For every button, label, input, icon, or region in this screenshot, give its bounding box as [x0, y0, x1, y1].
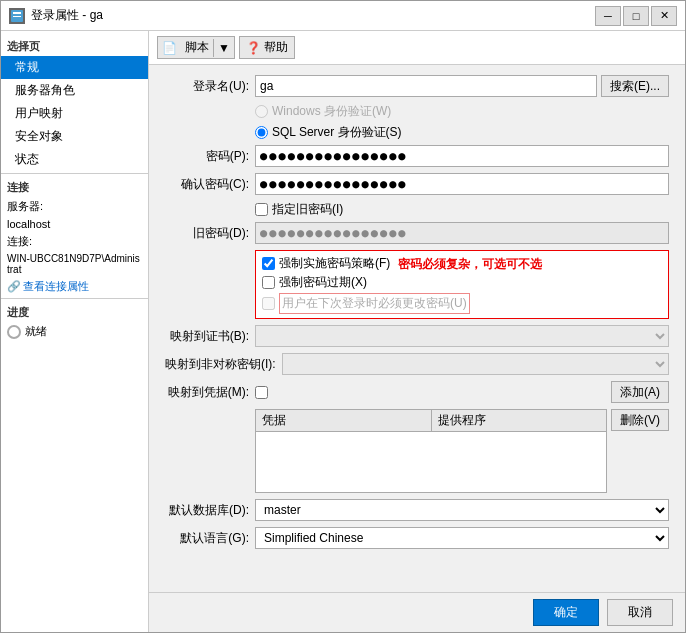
enforce-policy-checkbox[interactable]	[262, 257, 275, 270]
confirm-password-input[interactable]	[255, 173, 669, 195]
status-area: 就绪	[1, 322, 148, 341]
enforce-policy-label: 强制实施密码策略(F)	[279, 255, 390, 272]
title-bar: 登录属性 - ga ─ □ ✕	[1, 1, 685, 31]
map-cert-row: 映射到证书(B):	[165, 325, 669, 347]
svg-rect-1	[13, 12, 21, 14]
form-area: 登录名(U): 搜索(E)... Windows 身份验证(W) SQL Ser…	[149, 65, 685, 592]
default-db-label: 默认数据库(D):	[165, 502, 255, 519]
credential-col-provider: 提供程序	[432, 410, 607, 431]
enforce-expiry-checkbox[interactable]	[262, 276, 275, 289]
old-password-input[interactable]	[255, 222, 669, 244]
bottom-bar: 确定 取消	[149, 592, 685, 632]
link-icon: 🔗	[7, 280, 21, 293]
confirm-password-label: 确认密码(C):	[165, 176, 255, 193]
window-icon	[9, 8, 25, 24]
help-button[interactable]: ❓ 帮助	[239, 36, 295, 59]
main-content: 选择页 常规 服务器角色 用户映射 安全对象 状态 连接 服务器: localh	[1, 31, 685, 632]
maximize-button[interactable]: □	[623, 6, 649, 26]
default-lang-row: 默认语言(G): Simplified Chinese	[165, 527, 669, 549]
svg-rect-2	[13, 16, 21, 17]
status-spinner	[7, 325, 21, 339]
credential-table-body	[256, 432, 606, 492]
credential-table: 凭据 提供程序	[255, 409, 607, 493]
connection-value: WIN-UBCC81N9D7P\Administrat	[1, 251, 148, 277]
login-name-row: 登录名(U): 搜索(E)...	[165, 75, 669, 97]
login-name-label: 登录名(U):	[165, 78, 255, 95]
sidebar-item-server-roles-label: 服务器角色	[15, 82, 75, 99]
close-button[interactable]: ✕	[651, 6, 677, 26]
right-panel: 📄 脚本 ▼ ❓ 帮助 登录名(U): 搜索(E)...	[149, 31, 685, 632]
enforce-expiry-label: 强制密码过期(X)	[279, 274, 367, 291]
script-icon: 📄	[158, 39, 181, 57]
confirm-password-row: 确认密码(C):	[165, 173, 669, 195]
sidebar: 选择页 常规 服务器角色 用户映射 安全对象 状态 连接 服务器: localh	[1, 31, 149, 632]
credential-col-credential: 凭据	[256, 410, 432, 431]
windows-auth-radio[interactable]	[255, 105, 268, 118]
delete-credential-button[interactable]: 删除(V)	[611, 409, 669, 431]
help-label: 帮助	[264, 39, 288, 56]
minimize-button[interactable]: ─	[595, 6, 621, 26]
sidebar-divider-1	[1, 173, 148, 174]
sidebar-divider-2	[1, 298, 148, 299]
policy-note: 密码必须复杂，可选可不选	[398, 256, 542, 273]
windows-auth-label: Windows 身份验证(W)	[272, 103, 391, 120]
credential-actions: 删除(V)	[611, 409, 669, 431]
sql-auth-row: SQL Server 身份验证(S)	[255, 124, 669, 141]
credential-table-wrapper: 凭据 提供程序 删除(V)	[165, 409, 669, 499]
script-dropdown-arrow: ▼	[213, 39, 234, 57]
sidebar-item-securables[interactable]: 安全对象	[1, 125, 148, 148]
map-credential-row: 映射到凭据(M): 添加(A)	[165, 381, 669, 403]
map-asymkey-label: 映射到非对称密钥(I):	[165, 356, 282, 373]
windows-auth-row: Windows 身份验证(W)	[255, 103, 669, 120]
main-window: 登录属性 - ga ─ □ ✕ 选择页 常规 服务器角色 用户映射 安全对象 状…	[0, 0, 686, 633]
script-dropdown[interactable]: 📄 脚本 ▼	[157, 36, 235, 59]
sql-auth-radio[interactable]	[255, 126, 268, 139]
title-bar-left: 登录属性 - ga	[9, 7, 103, 24]
progress-section-label: 进度	[1, 301, 148, 322]
password-input[interactable]	[255, 145, 669, 167]
login-name-input[interactable]	[255, 75, 597, 97]
ok-button[interactable]: 确定	[533, 599, 599, 626]
toolbar: 📄 脚本 ▼ ❓ 帮助	[149, 31, 685, 65]
connection-section-label: 连接	[1, 176, 148, 197]
credential-table-header: 凭据 提供程序	[256, 410, 606, 432]
window-title: 登录属性 - ga	[31, 7, 103, 24]
search-button[interactable]: 搜索(E)...	[601, 75, 669, 97]
enforce-policy-row: 强制实施密码策略(F)	[262, 255, 390, 272]
status-label: 就绪	[25, 324, 47, 339]
sidebar-item-user-mapping[interactable]: 用户映射	[1, 102, 148, 125]
enforce-expiry-row: 强制密码过期(X)	[262, 274, 662, 291]
map-asymkey-row: 映射到非对称密钥(I):	[165, 353, 669, 375]
old-password-label: 旧密码(D):	[165, 225, 255, 242]
sidebar-section-label: 选择页	[1, 35, 148, 56]
default-lang-label: 默认语言(G):	[165, 530, 255, 547]
sidebar-item-server-roles[interactable]: 服务器角色	[1, 79, 148, 102]
must-change-checkbox[interactable]	[262, 297, 275, 310]
default-db-row: 默认数据库(D): master	[165, 499, 669, 521]
sidebar-item-general[interactable]: 常规	[1, 56, 148, 79]
map-cert-label: 映射到证书(B):	[165, 328, 255, 345]
connection-label: 连接:	[1, 232, 148, 251]
map-cert-select[interactable]	[255, 325, 669, 347]
cancel-button[interactable]: 取消	[607, 599, 673, 626]
map-asymkey-select[interactable]	[282, 353, 669, 375]
add-credential-button[interactable]: 添加(A)	[611, 381, 669, 403]
specify-old-pwd-checkbox[interactable]	[255, 203, 268, 216]
must-change-row: 用户在下次登录时必须更改密码(U)	[262, 293, 662, 314]
old-password-row: 旧密码(D):	[165, 222, 669, 244]
sidebar-item-status[interactable]: 状态	[1, 148, 148, 171]
policy-box: 强制实施密码策略(F) 密码必须复杂，可选可不选 强制密码过期(X) 用户在下次…	[255, 250, 669, 319]
specify-old-pwd-label: 指定旧密码(I)	[272, 201, 343, 218]
sidebar-item-user-mapping-label: 用户映射	[15, 105, 63, 122]
title-controls: ─ □ ✕	[595, 6, 677, 26]
map-credential-checkbox[interactable]	[255, 386, 268, 399]
map-credential-label: 映射到凭据(M):	[165, 384, 255, 401]
sidebar-item-status-label: 状态	[15, 151, 39, 168]
default-lang-select[interactable]: Simplified Chinese	[255, 527, 669, 549]
view-connection-link[interactable]: 🔗 查看连接属性	[1, 277, 148, 296]
default-db-select[interactable]: master	[255, 499, 669, 521]
sql-auth-label: SQL Server 身份验证(S)	[272, 124, 402, 141]
password-label: 密码(P):	[165, 148, 255, 165]
server-value: localhost	[1, 216, 148, 232]
must-change-label: 用户在下次登录时必须更改密码(U)	[279, 293, 470, 314]
